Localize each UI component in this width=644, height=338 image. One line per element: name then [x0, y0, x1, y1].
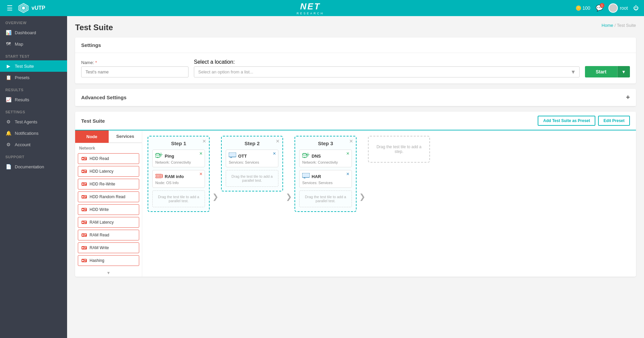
- tile-ram-read[interactable]: RAM Read: [78, 230, 139, 240]
- tile-label-hdd-rewrite: HDD Re-Write: [90, 182, 115, 186]
- ram-info-test-tile: ✕ RAM info Node: OS Info: [152, 170, 205, 188]
- breadcrumb-home-link[interactable]: Home: [602, 23, 613, 28]
- ping-tile-name: Ping: [165, 154, 174, 159]
- svg-rect-78: [303, 174, 309, 177]
- tile-ram-latency[interactable]: RAM Latency: [78, 217, 139, 228]
- step-2-close-button[interactable]: ✕: [276, 138, 280, 144]
- tile-hdd-latency[interactable]: HDD Latency: [78, 166, 139, 177]
- ping-icon: [155, 153, 163, 160]
- sidebar-label-dashboard: Dashboard: [15, 30, 36, 35]
- notifications-button[interactable]: 💬 1: [596, 4, 603, 12]
- svg-rect-50: [158, 175, 158, 177]
- tile-hashing[interactable]: Hashing: [78, 255, 139, 266]
- tile-label-ram-read: RAM Read: [90, 233, 109, 237]
- har-tile-name: HAR: [312, 174, 321, 179]
- svg-rect-32: [82, 247, 84, 248]
- ram-info-close-button[interactable]: ✕: [199, 172, 203, 176]
- vutp-logo-icon: [18, 3, 29, 13]
- services-tab[interactable]: Services: [109, 130, 142, 143]
- user-avatar: [608, 3, 618, 13]
- svg-rect-16: [82, 196, 84, 198]
- sidebar-item-account[interactable]: ⚙ Account: [0, 139, 67, 150]
- expand-icon: +: [626, 94, 630, 101]
- start-button-dropdown[interactable]: ▼: [617, 66, 630, 77]
- edit-preset-button[interactable]: Edit Preset: [598, 116, 630, 126]
- svg-rect-6: [84, 159, 86, 160]
- sidebar-item-documentation[interactable]: 📄 Documentation: [0, 161, 67, 172]
- svg-rect-65: [229, 153, 235, 156]
- tile-label-ram-write: RAM Write: [90, 245, 109, 250]
- start-button[interactable]: Start: [585, 66, 617, 77]
- location-select[interactable]: Select an option from a list...: [194, 67, 567, 77]
- power-button[interactable]: ⏻: [633, 5, 639, 11]
- svg-rect-20: [82, 209, 84, 210]
- sidebar-item-results[interactable]: 📈 Results: [0, 94, 67, 105]
- sidebar-item-map[interactable]: 🗺 Map: [0, 38, 67, 50]
- sidebar-item-presets[interactable]: 📋 Presets: [0, 72, 67, 83]
- section-label-results: RESULTS: [0, 83, 67, 94]
- sidebar-item-dashboard[interactable]: 📊 Dashboard: [0, 27, 67, 38]
- start-button-group: Start ▼: [585, 66, 630, 77]
- network-section-label: Network: [75, 143, 142, 152]
- breadcrumb-row: Test Suite Home / Test Suite: [75, 23, 636, 32]
- ping-close-button[interactable]: ✕: [199, 151, 203, 156]
- tile-hdd-read[interactable]: HDD Read: [78, 153, 139, 164]
- credits-icon: 🪙: [576, 5, 581, 11]
- advanced-settings-card: Advanced Settings +: [75, 89, 636, 106]
- advanced-settings-header[interactable]: Advanced Settings +: [75, 89, 636, 106]
- main-content: Test Suite Home / Test Suite Settings Na…: [67, 16, 644, 338]
- node-tab[interactable]: Node: [75, 130, 109, 143]
- sidebar-item-test-agents[interactable]: ⚙ Test Agents: [0, 116, 67, 127]
- breadcrumb-current: Test Suite: [617, 23, 636, 28]
- sidebar-item-notifications[interactable]: 🔔 Notifications: [0, 127, 67, 139]
- tile-hdd-write[interactable]: HDD Write: [78, 204, 139, 215]
- svg-rect-8: [82, 171, 84, 172]
- svg-rect-38: [84, 261, 86, 262]
- navbar-center: NET RESEARCH: [297, 1, 324, 15]
- hdd-read-icon: [82, 156, 87, 161]
- svg-rect-17: [84, 196, 86, 196]
- ram-info-icon: [155, 173, 163, 180]
- advanced-settings-title: Advanced Settings: [81, 95, 126, 100]
- svg-rect-10: [84, 172, 86, 172]
- har-close-button[interactable]: ✕: [346, 172, 350, 176]
- test-agents-icon: ⚙: [5, 119, 11, 124]
- step-1-close-button[interactable]: ✕: [202, 138, 206, 144]
- sidebar-label-account: Account: [15, 142, 31, 147]
- section-label-support: SUPPORT: [0, 150, 67, 161]
- tab-buttons: Node Services: [75, 130, 142, 143]
- ott-close-button[interactable]: ✕: [273, 151, 276, 156]
- add-preset-button[interactable]: Add Test Suite as Preset: [538, 116, 595, 126]
- sidebar: OVERVIEW 📊 Dashboard 🗺 Map START TEST ▶ …: [0, 16, 67, 338]
- svg-rect-29: [84, 234, 86, 235]
- tile-label-hdd-write: HDD Write: [90, 207, 109, 212]
- tile-label-ram-latency: RAM Latency: [90, 220, 114, 225]
- step-arrow-2: ❯: [286, 192, 292, 201]
- hdd-rewrite-icon: [82, 181, 87, 187]
- test-suite-actions: Add Test Suite as Preset Edit Preset: [538, 116, 630, 126]
- empty-step-text: Drag the test tile to add a step.: [373, 145, 425, 154]
- step-3-close-button[interactable]: ✕: [349, 138, 353, 144]
- step-3-card: Step 3 ✕ ✕ DNS Network: Connectivi: [294, 136, 357, 212]
- notifications-badge: 1: [600, 3, 604, 8]
- documentation-icon: 📄: [5, 164, 11, 169]
- name-form-group: Name: *: [81, 60, 189, 77]
- svg-rect-25: [84, 221, 86, 222]
- dns-close-button[interactable]: ✕: [346, 151, 350, 156]
- test-name-input[interactable]: [81, 66, 189, 77]
- svg-rect-5: [84, 158, 86, 158]
- svg-rect-28: [82, 234, 84, 236]
- svg-rect-67: [303, 153, 306, 156]
- svg-rect-30: [84, 235, 86, 236]
- hamburger-button[interactable]: ☰: [5, 3, 14, 13]
- tile-hdd-random-read[interactable]: HDD Random Read: [78, 191, 139, 202]
- dashboard-icon: 📊: [5, 30, 11, 35]
- credits-display: 🪙 100: [576, 5, 590, 11]
- tile-ram-write[interactable]: RAM Write: [78, 242, 139, 253]
- ram-read-icon: [82, 232, 87, 238]
- ram-info-tile-header: RAM info: [155, 173, 202, 180]
- svg-rect-51: [159, 175, 160, 177]
- hdd-random-read-icon: [82, 194, 87, 200]
- tile-hdd-rewrite[interactable]: HDD Re-Write: [78, 179, 139, 189]
- sidebar-item-test-suite[interactable]: ▶ Test Suite: [0, 60, 67, 72]
